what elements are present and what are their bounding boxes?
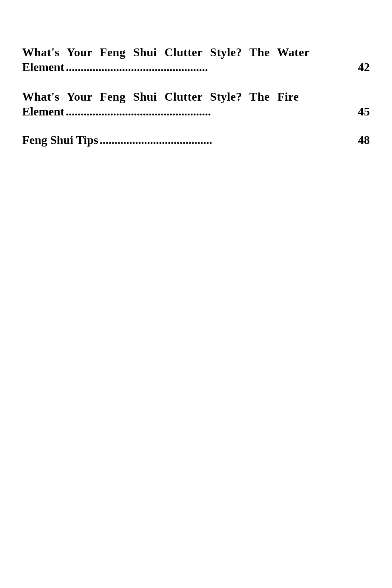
toc-page-fire: 45 (358, 105, 370, 118)
toc-second-line-water: Element ................................… (22, 60, 370, 74)
toc-page-tips: 48 (358, 133, 370, 147)
toc-page-water: 42 (358, 60, 370, 74)
toc-label-tips: Feng Shui Tips (22, 133, 98, 147)
toc-second-line-tips: Feng Shui Tips .........................… (22, 133, 370, 147)
page-container: What's Your Feng Shui Clutter Style? The… (0, 0, 392, 588)
toc-second-line-fire: Element ................................… (22, 105, 370, 118)
toc-entry-fire: What's Your Feng Shui Clutter Style? The… (22, 89, 370, 118)
toc-title-line1-fire: What's Your Feng Shui Clutter Style? The… (22, 89, 370, 105)
toc-dots-fire: ........................................… (64, 105, 358, 118)
toc-label-water: Element (22, 60, 64, 74)
toc-entry-tips: Feng Shui Tips .........................… (22, 133, 370, 147)
toc-dots-tips: ...................................... (98, 133, 358, 147)
toc-title-line1-water: What's Your Feng Shui Clutter Style? The… (22, 44, 370, 60)
toc-label-fire: Element (22, 105, 64, 118)
toc-dots-water: ........................................… (64, 60, 358, 74)
toc-entry-water: What's Your Feng Shui Clutter Style? The… (22, 44, 370, 74)
